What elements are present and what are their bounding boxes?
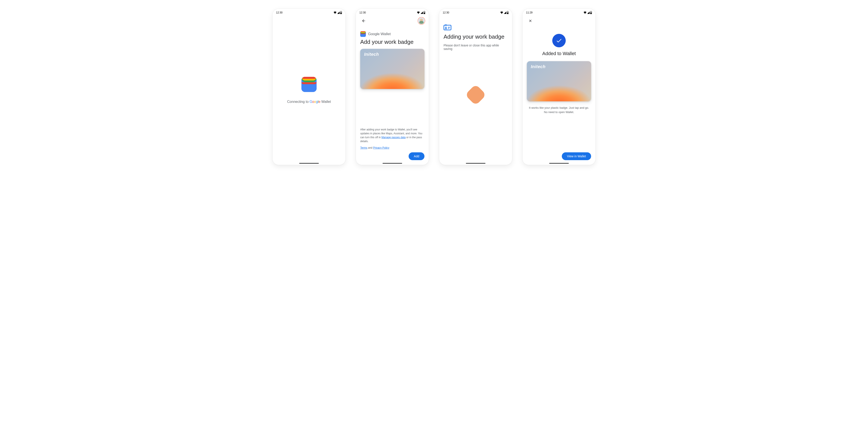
wallet-icon — [360, 31, 366, 37]
page-title: Add your work badge — [360, 39, 425, 45]
close-button[interactable] — [527, 18, 534, 24]
status-icons — [500, 11, 509, 14]
back-button[interactable] — [360, 18, 367, 24]
status-bar: 12:30 — [273, 9, 345, 16]
arrow-left-icon — [362, 19, 366, 23]
page-title: Adding your work badge — [443, 33, 508, 40]
badge-card-preview: Initech — [360, 49, 425, 89]
status-time: 12:30 — [276, 11, 282, 14]
connecting-text: Connecting to Google Wallet — [287, 100, 331, 104]
success-description: It works like your plastic badge. Just t… — [527, 106, 591, 114]
status-icons — [417, 11, 425, 14]
svg-rect-9 — [444, 25, 451, 30]
phone-add-badge: 12:30 Google Wallet — [356, 9, 429, 165]
home-indicator[interactable] — [466, 163, 486, 164]
view-in-wallet-button[interactable]: View in Wallet — [562, 152, 591, 160]
svg-rect-12 — [448, 27, 450, 28]
status-bar: 12:30 — [356, 9, 429, 16]
phone-connecting: 12:30 Connecting to Google Wallet — [273, 9, 345, 165]
id-badge-icon — [443, 24, 508, 31]
wifi-icon — [584, 11, 587, 14]
phone-adding-progress: 12:30 Adding your work badge Please don'… — [439, 9, 512, 165]
svg-rect-5 — [424, 12, 425, 14]
status-time: 12:30 — [443, 11, 449, 14]
manage-passes-link[interactable]: Manage passes data — [381, 136, 406, 139]
status-time: 11:29 — [526, 11, 532, 14]
disclaimer-text: After adding your work badge to Wallet, … — [360, 123, 425, 143]
wallet-icon — [302, 77, 317, 92]
svg-rect-13 — [448, 28, 450, 29]
badge-card-preview: Initech — [527, 61, 591, 101]
page-subtitle: Please don't leave or close this app whi… — [443, 43, 508, 51]
status-icons — [584, 11, 592, 14]
home-indicator[interactable] — [382, 163, 402, 164]
status-bar: 12:30 — [439, 9, 512, 16]
add-button[interactable]: Add — [409, 152, 425, 160]
signal-icon — [420, 11, 423, 14]
terms-link[interactable]: Terms — [360, 146, 367, 149]
signal-icon — [587, 11, 590, 14]
home-indicator[interactable] — [549, 163, 569, 164]
success-check-icon — [552, 34, 566, 47]
privacy-link[interactable]: Privacy Policy — [373, 146, 389, 149]
account-avatar[interactable] — [418, 18, 425, 24]
svg-rect-8 — [507, 12, 508, 14]
loading-spinner — [465, 84, 487, 105]
wifi-icon — [500, 11, 503, 14]
battery-icon — [590, 11, 592, 14]
svg-point-11 — [445, 27, 446, 28]
battery-icon — [507, 11, 509, 14]
svg-rect-2 — [340, 12, 342, 14]
battery-icon — [423, 11, 425, 14]
status-bar: 11:29 — [523, 9, 595, 16]
svg-rect-16 — [590, 12, 592, 14]
svg-rect-10 — [445, 25, 447, 26]
signal-icon — [504, 11, 506, 14]
phone-added-success: 11:29 Added to Wallet Initech It works l… — [523, 9, 595, 165]
status-icons — [334, 11, 342, 14]
status-time: 12:30 — [359, 11, 366, 14]
badge-company-name: Initech — [364, 52, 379, 57]
wifi-icon — [417, 11, 420, 14]
battery-icon — [340, 11, 342, 14]
wallet-brand: Google Wallet — [360, 31, 425, 37]
home-indicator[interactable] — [299, 163, 319, 164]
legal-links: Terms and Privacy Policy — [360, 146, 425, 149]
badge-company-name: Initech — [531, 64, 546, 69]
wifi-icon — [334, 11, 337, 14]
close-icon — [528, 19, 532, 23]
signal-icon — [337, 11, 340, 14]
success-title: Added to Wallet — [542, 51, 576, 56]
